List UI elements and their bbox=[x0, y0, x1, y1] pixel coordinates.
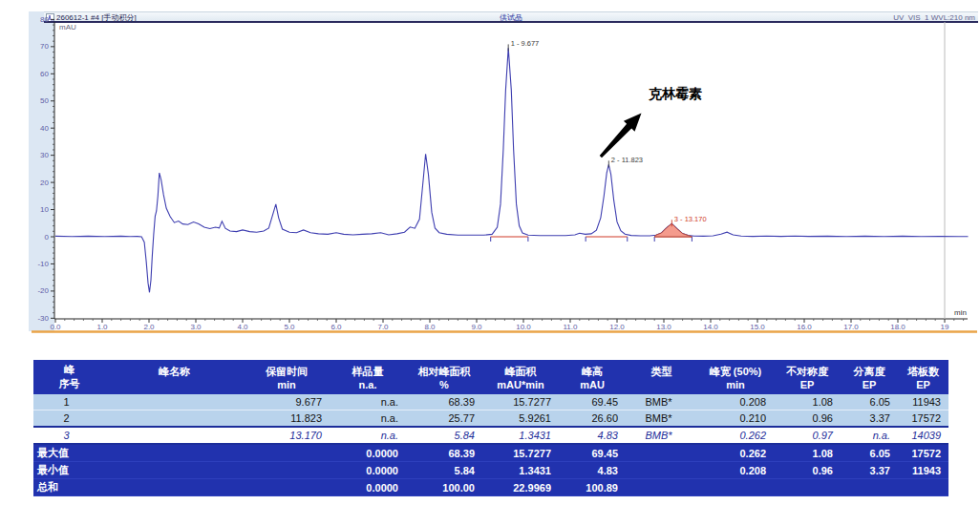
table-cell: 5.9261 bbox=[482, 410, 559, 428]
table-cell: 1.08 bbox=[774, 394, 841, 410]
table-cell: 11.823 bbox=[244, 410, 330, 428]
table-cell: 3.37 bbox=[841, 410, 898, 428]
column-header: 峰高mAU bbox=[559, 360, 626, 394]
table-cell bbox=[898, 479, 948, 496]
summary-row[interactable]: 最大值0.000068.3915.727769.450.2621.086.051… bbox=[33, 444, 948, 462]
x-tick-label: 0.0 bbox=[50, 323, 61, 331]
x-tick-label: 15.0 bbox=[750, 323, 765, 331]
y-tick-label: 20 bbox=[40, 179, 49, 187]
table-cell: 68.39 bbox=[406, 444, 482, 462]
table-cell bbox=[697, 479, 774, 496]
table-cell: 13.170 bbox=[244, 427, 330, 444]
column-header: 峰序号 bbox=[33, 360, 105, 394]
table-cell: 1 bbox=[33, 394, 105, 410]
column-header: 类型 bbox=[626, 360, 697, 394]
table-cell bbox=[105, 394, 244, 410]
table-cell: 0.210 bbox=[697, 410, 774, 428]
column-header: 样品量n.a. bbox=[330, 360, 406, 394]
y-tick-label: 10 bbox=[40, 205, 49, 214]
table-cell: 0.96 bbox=[774, 462, 841, 479]
table-cell: BMB* bbox=[626, 394, 697, 410]
table-cell: 15.7277 bbox=[482, 394, 559, 410]
table-cell: 3.37 bbox=[841, 462, 898, 479]
table-cell: 总和 bbox=[33, 479, 105, 496]
column-header: 峰名称 bbox=[105, 360, 244, 394]
peak-results-table: 峰序号峰名称 保留时间min样品量n.a.相对峰面积%峰面积mAU*min峰高m… bbox=[33, 360, 948, 496]
peak-row[interactable]: 313.170n.a.5.841.34314.83BMB*0.2620.97n.… bbox=[33, 427, 948, 444]
column-header: 峰宽 (50%)min bbox=[697, 360, 774, 394]
x-axis: 0.01.02.03.04.05.06.07.08.09.010.011.012… bbox=[50, 308, 967, 331]
clindamycin-annotation: 克林霉素 bbox=[600, 86, 703, 158]
x-axis-unit: min bbox=[954, 308, 967, 317]
y-tick-label: 80 bbox=[40, 15, 49, 24]
table-cell: 9.677 bbox=[244, 394, 330, 410]
peak-row[interactable]: 211.823n.a.25.775.926126.60BMB*0.2100.96… bbox=[33, 410, 948, 428]
table-cell: 25.77 bbox=[406, 410, 482, 428]
table-cell: 0.0000 bbox=[330, 444, 406, 462]
table-cell: 0.0000 bbox=[330, 462, 406, 479]
table-cell: 11943 bbox=[898, 394, 948, 410]
table-cell: 0.208 bbox=[697, 462, 774, 479]
column-header: 保留时间min bbox=[244, 360, 330, 394]
y-tick-label: 50 bbox=[40, 96, 49, 105]
annotation-text: 克林霉素 bbox=[648, 86, 702, 101]
y-tick-label: -20 bbox=[37, 286, 49, 295]
chromatogram-plot[interactable]: -30-20-1001020304050607080mAU0.01.02.03.… bbox=[0, 0, 980, 344]
table-cell: 0.0000 bbox=[330, 479, 406, 496]
filled-peak-region bbox=[654, 223, 692, 237]
table-cell: 6.05 bbox=[841, 394, 898, 410]
table-cell: 1.3431 bbox=[482, 427, 559, 444]
y-tick-label: 0 bbox=[45, 233, 50, 242]
table-cell: n.a. bbox=[841, 427, 898, 444]
summary-row[interactable]: 最小值0.00005.841.34314.830.2080.963.371194… bbox=[33, 462, 948, 479]
peak-label: 2 - 11.823 bbox=[611, 156, 643, 164]
x-tick-label: 12.0 bbox=[609, 323, 625, 331]
table-cell: 5.84 bbox=[406, 462, 482, 479]
x-tick-label: 17.0 bbox=[843, 323, 859, 331]
column-header: 峰面积mAU*min bbox=[482, 360, 559, 394]
table-cell: 17572 bbox=[898, 444, 948, 462]
column-header: 塔板数EP bbox=[898, 360, 948, 394]
table-cell: 1.3431 bbox=[482, 462, 559, 479]
chromatography-app-window: 260612-1 #4 [手动积分] 供试品 UV_VIS_1 WVL:210 … bbox=[0, 0, 980, 505]
table-cell: 3 bbox=[33, 427, 105, 444]
y-tick-label: 40 bbox=[40, 124, 49, 133]
x-tick-label: 3.0 bbox=[190, 323, 202, 331]
table-cell: 22.9969 bbox=[482, 479, 559, 496]
table-cell bbox=[774, 479, 841, 496]
x-tick-label: 10.0 bbox=[516, 323, 531, 331]
table-cell bbox=[105, 462, 244, 479]
peak-labels: 1 - 9.6772 - 11.8233 - 13.170 bbox=[508, 39, 706, 226]
x-tick-label: 14.0 bbox=[703, 323, 718, 331]
y-tick-label: -10 bbox=[37, 260, 49, 268]
table-cell bbox=[626, 444, 697, 462]
table-cell: 0.262 bbox=[697, 427, 774, 444]
peak-row[interactable]: 19.677n.a.68.3915.727769.45BMB*0.2081.08… bbox=[33, 394, 948, 410]
x-tick-label: 19 bbox=[941, 323, 949, 331]
peak-label: 1 - 9.677 bbox=[511, 39, 540, 48]
table-cell: 15.7277 bbox=[482, 444, 559, 462]
summary-row[interactable]: 总和0.0000100.0022.9969100.89 bbox=[33, 479, 948, 496]
table-cell: 2 bbox=[33, 410, 105, 428]
table-cell: 26.60 bbox=[559, 410, 626, 428]
x-tick-label: 2.0 bbox=[143, 323, 155, 331]
table-cell bbox=[244, 462, 330, 479]
column-header: 相对峰面积% bbox=[406, 360, 482, 394]
table-cell: 4.83 bbox=[559, 462, 626, 479]
table-cell bbox=[105, 410, 244, 428]
x-tick-label: 7.0 bbox=[377, 323, 389, 331]
peak-label: 3 - 13.170 bbox=[674, 215, 707, 223]
y-axis-unit: mAU bbox=[59, 23, 76, 32]
x-tick-label: 1.0 bbox=[96, 323, 108, 331]
table-cell: 100.00 bbox=[406, 479, 482, 496]
table-cell: BMB* bbox=[626, 427, 697, 444]
table-cell: 69.45 bbox=[559, 394, 626, 410]
table-cell: 最大值 bbox=[33, 444, 105, 462]
signal-trace bbox=[55, 48, 969, 292]
y-tick-label: 60 bbox=[40, 70, 49, 78]
table-cell: BMB* bbox=[626, 410, 697, 428]
x-tick-label: 13.0 bbox=[656, 323, 671, 331]
trace-path bbox=[55, 48, 969, 292]
y-axis: -30-20-1001020304050607080mAU bbox=[37, 15, 76, 323]
table-cell: 4.83 bbox=[559, 427, 626, 444]
